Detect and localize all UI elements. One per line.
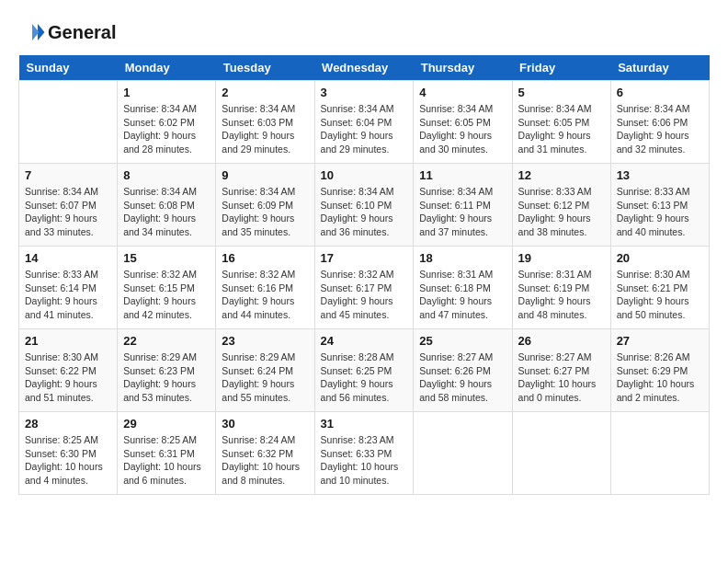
day-number: 15 <box>123 251 210 265</box>
day-number: 21 <box>25 334 111 348</box>
day-number: 1 <box>123 86 210 99</box>
day-info: Sunrise: 8:34 AM Sunset: 6:05 PM Dayligh… <box>518 102 605 156</box>
day-info: Sunrise: 8:33 AM Sunset: 6:12 PM Dayligh… <box>518 185 605 239</box>
day-number: 10 <box>321 168 408 182</box>
day-number: 4 <box>419 86 506 99</box>
day-number: 30 <box>222 417 308 431</box>
calendar-week-row: 7Sunrise: 8:34 AM Sunset: 6:07 PM Daylig… <box>19 164 710 247</box>
calendar-cell: 16Sunrise: 8:32 AM Sunset: 6:16 PM Dayli… <box>216 247 314 329</box>
calendar-week-row: 14Sunrise: 8:33 AM Sunset: 6:14 PM Dayli… <box>19 247 710 329</box>
calendar-cell: 17Sunrise: 8:32 AM Sunset: 6:17 PM Dayli… <box>314 247 414 329</box>
day-info: Sunrise: 8:23 AM Sunset: 6:33 PM Dayligh… <box>321 433 408 488</box>
day-info: Sunrise: 8:34 AM Sunset: 6:09 PM Dayligh… <box>222 185 308 239</box>
day-number: 25 <box>419 334 506 348</box>
calendar-cell <box>610 412 709 495</box>
calendar-table: SundayMondayTuesdayWednesdayThursdayFrid… <box>18 55 710 495</box>
calendar-cell: 15Sunrise: 8:32 AM Sunset: 6:15 PM Dayli… <box>118 247 216 329</box>
day-number: 28 <box>25 417 111 431</box>
day-info: Sunrise: 8:25 AM Sunset: 6:30 PM Dayligh… <box>25 433 111 488</box>
day-number: 13 <box>617 168 703 182</box>
page-header: General <box>18 18 710 46</box>
calendar-cell: 5Sunrise: 8:34 AM Sunset: 6:05 PM Daylig… <box>512 81 610 164</box>
column-header-tuesday: Tuesday <box>216 55 314 81</box>
calendar-week-row: 28Sunrise: 8:25 AM Sunset: 6:30 PM Dayli… <box>19 412 710 495</box>
calendar-cell: 31Sunrise: 8:23 AM Sunset: 6:33 PM Dayli… <box>314 412 414 495</box>
day-info: Sunrise: 8:34 AM Sunset: 6:02 PM Dayligh… <box>123 102 210 156</box>
calendar-cell: 26Sunrise: 8:27 AM Sunset: 6:27 PM Dayli… <box>512 329 610 412</box>
calendar-cell: 27Sunrise: 8:26 AM Sunset: 6:29 PM Dayli… <box>610 329 709 412</box>
calendar-cell <box>512 412 610 495</box>
column-header-wednesday: Wednesday <box>314 55 414 81</box>
day-info: Sunrise: 8:34 AM Sunset: 6:06 PM Dayligh… <box>617 102 703 156</box>
day-info: Sunrise: 8:25 AM Sunset: 6:31 PM Dayligh… <box>123 433 210 488</box>
column-header-sunday: Sunday <box>19 55 118 81</box>
day-number: 2 <box>222 86 308 99</box>
calendar-cell: 8Sunrise: 8:34 AM Sunset: 6:08 PM Daylig… <box>118 164 216 247</box>
day-number: 31 <box>321 417 408 431</box>
day-info: Sunrise: 8:31 AM Sunset: 6:18 PM Dayligh… <box>419 268 506 322</box>
day-info: Sunrise: 8:27 AM Sunset: 6:26 PM Dayligh… <box>419 350 506 405</box>
day-number: 27 <box>617 334 703 348</box>
calendar-cell: 9Sunrise: 8:34 AM Sunset: 6:09 PM Daylig… <box>216 164 314 247</box>
day-number: 18 <box>419 251 506 265</box>
day-info: Sunrise: 8:33 AM Sunset: 6:13 PM Dayligh… <box>617 185 703 239</box>
calendar-cell: 4Sunrise: 8:34 AM Sunset: 6:05 PM Daylig… <box>414 81 512 164</box>
column-header-thursday: Thursday <box>414 55 512 81</box>
day-info: Sunrise: 8:30 AM Sunset: 6:21 PM Dayligh… <box>617 268 703 322</box>
calendar-cell <box>414 412 512 495</box>
day-info: Sunrise: 8:34 AM Sunset: 6:08 PM Dayligh… <box>123 185 210 239</box>
logo-text: General <box>48 22 116 42</box>
calendar-cell: 7Sunrise: 8:34 AM Sunset: 6:07 PM Daylig… <box>19 164 118 247</box>
day-number: 6 <box>617 86 703 99</box>
calendar-cell: 30Sunrise: 8:24 AM Sunset: 6:32 PM Dayli… <box>216 412 314 495</box>
calendar-cell: 28Sunrise: 8:25 AM Sunset: 6:30 PM Dayli… <box>19 412 118 495</box>
calendar-week-row: 1Sunrise: 8:34 AM Sunset: 6:02 PM Daylig… <box>19 81 710 164</box>
day-info: Sunrise: 8:27 AM Sunset: 6:27 PM Dayligh… <box>518 350 605 405</box>
calendar-cell: 25Sunrise: 8:27 AM Sunset: 6:26 PM Dayli… <box>414 329 512 412</box>
logo: General <box>18 18 116 46</box>
day-info: Sunrise: 8:29 AM Sunset: 6:24 PM Dayligh… <box>222 350 308 405</box>
day-info: Sunrise: 8:32 AM Sunset: 6:15 PM Dayligh… <box>123 268 210 322</box>
day-info: Sunrise: 8:34 AM Sunset: 6:03 PM Dayligh… <box>222 102 308 156</box>
day-info: Sunrise: 8:30 AM Sunset: 6:22 PM Dayligh… <box>25 350 111 405</box>
calendar-week-row: 21Sunrise: 8:30 AM Sunset: 6:22 PM Dayli… <box>19 329 710 412</box>
day-info: Sunrise: 8:34 AM Sunset: 6:10 PM Dayligh… <box>321 185 408 239</box>
day-info: Sunrise: 8:24 AM Sunset: 6:32 PM Dayligh… <box>222 433 308 488</box>
column-header-friday: Friday <box>512 55 610 81</box>
calendar-cell: 2Sunrise: 8:34 AM Sunset: 6:03 PM Daylig… <box>216 81 314 164</box>
day-number: 17 <box>321 251 408 265</box>
day-number: 9 <box>222 168 308 182</box>
day-number: 22 <box>123 334 210 348</box>
day-number: 8 <box>123 168 210 182</box>
day-info: Sunrise: 8:28 AM Sunset: 6:25 PM Dayligh… <box>321 350 408 405</box>
day-number: 29 <box>123 417 210 431</box>
calendar-cell: 6Sunrise: 8:34 AM Sunset: 6:06 PM Daylig… <box>610 81 709 164</box>
calendar-header-row: SundayMondayTuesdayWednesdayThursdayFrid… <box>19 55 710 81</box>
calendar-cell: 21Sunrise: 8:30 AM Sunset: 6:22 PM Dayli… <box>19 329 118 412</box>
day-number: 16 <box>222 251 308 265</box>
calendar-cell: 24Sunrise: 8:28 AM Sunset: 6:25 PM Dayli… <box>314 329 414 412</box>
calendar-cell: 22Sunrise: 8:29 AM Sunset: 6:23 PM Dayli… <box>118 329 216 412</box>
day-number: 5 <box>518 86 605 99</box>
calendar-cell: 3Sunrise: 8:34 AM Sunset: 6:04 PM Daylig… <box>314 81 414 164</box>
day-info: Sunrise: 8:26 AM Sunset: 6:29 PM Dayligh… <box>617 350 703 405</box>
day-number: 20 <box>617 251 703 265</box>
day-number: 3 <box>321 86 408 99</box>
logo-icon <box>18 18 46 46</box>
day-info: Sunrise: 8:34 AM Sunset: 6:07 PM Dayligh… <box>25 185 111 239</box>
calendar-cell: 12Sunrise: 8:33 AM Sunset: 6:12 PM Dayli… <box>512 164 610 247</box>
day-info: Sunrise: 8:31 AM Sunset: 6:19 PM Dayligh… <box>518 268 605 322</box>
calendar-cell: 29Sunrise: 8:25 AM Sunset: 6:31 PM Dayli… <box>118 412 216 495</box>
day-number: 26 <box>518 334 605 348</box>
day-number: 23 <box>222 334 308 348</box>
day-number: 11 <box>419 168 506 182</box>
calendar-cell: 10Sunrise: 8:34 AM Sunset: 6:10 PM Dayli… <box>314 164 414 247</box>
day-info: Sunrise: 8:34 AM Sunset: 6:11 PM Dayligh… <box>419 185 506 239</box>
day-number: 7 <box>25 168 111 182</box>
calendar-cell: 23Sunrise: 8:29 AM Sunset: 6:24 PM Dayli… <box>216 329 314 412</box>
day-number: 14 <box>25 251 111 265</box>
day-info: Sunrise: 8:32 AM Sunset: 6:16 PM Dayligh… <box>222 268 308 322</box>
calendar-cell: 1Sunrise: 8:34 AM Sunset: 6:02 PM Daylig… <box>118 81 216 164</box>
day-info: Sunrise: 8:33 AM Sunset: 6:14 PM Dayligh… <box>25 268 111 322</box>
calendar-cell <box>19 81 118 164</box>
